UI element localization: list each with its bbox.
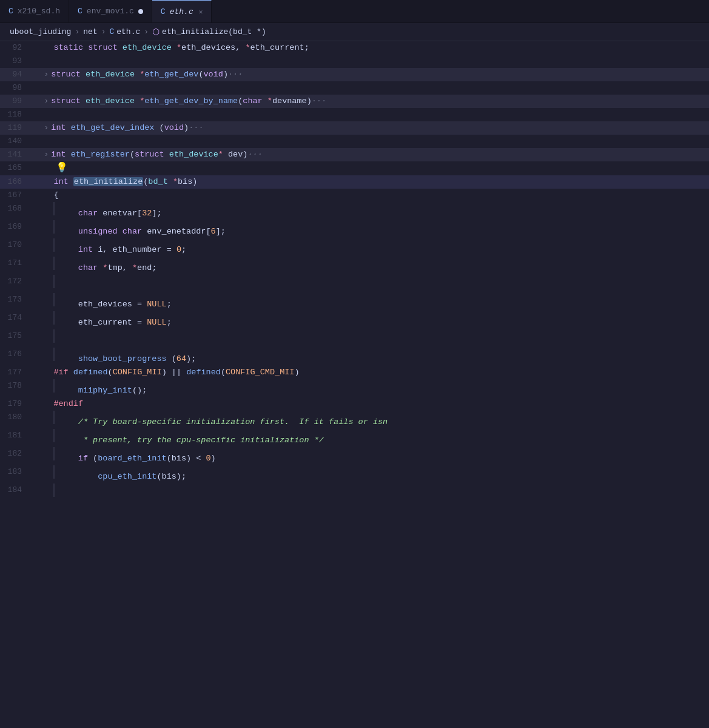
code-line-182: 182 if (board_eth_init(bis) < 0) bbox=[0, 447, 709, 465]
code-line-172: 172 bbox=[0, 275, 709, 293]
fold-arrow[interactable]: › bbox=[44, 68, 49, 81]
tab-label: env_movi.c bbox=[87, 7, 134, 16]
code-line-118: 118 bbox=[0, 108, 709, 121]
tab-x210[interactable]: C x210_sd.h bbox=[0, 0, 69, 22]
code-area: 92 static struct eth_device *eth_devices… bbox=[0, 41, 709, 502]
highlighted-function: eth_initialize bbox=[73, 177, 143, 186]
code-line-180: 180 /* Try board-specific initialization… bbox=[0, 411, 709, 429]
modified-indicator bbox=[138, 9, 143, 14]
code-line-181: 181 * present, try the cpu-specific init… bbox=[0, 429, 709, 447]
tab-label: eth.c bbox=[170, 7, 193, 16]
c-breadcrumb-icon: C bbox=[109, 27, 114, 36]
code-line-94: 94 ›struct eth_device *eth_get_dev(void)… bbox=[0, 68, 709, 81]
code-line-93: 93 bbox=[0, 55, 709, 68]
code-line-184: 184 bbox=[0, 484, 709, 502]
function-icon: ⬡ bbox=[152, 27, 160, 37]
code-line-173: 173 eth_devices = NULL; bbox=[0, 293, 709, 311]
c-file-icon: C bbox=[78, 7, 82, 16]
code-line-183: 183 cpu_eth_init(bis); bbox=[0, 465, 709, 484]
c-file-icon: C bbox=[8, 7, 13, 16]
code-line-179: 179 #endif bbox=[0, 397, 709, 411]
code-line-176: 176 show_boot_progress (64); bbox=[0, 348, 709, 366]
code-line-175: 175 bbox=[0, 329, 709, 348]
code-line-166: 166 int eth_initialize(bd_t *bis) bbox=[0, 175, 709, 189]
code-line-174: 174 eth_current = NULL; bbox=[0, 311, 709, 329]
code-line-98: 98 bbox=[0, 81, 709, 95]
code-line-140: 140 bbox=[0, 135, 709, 148]
code-line-141: 141 ›int eth_register(struct eth_device*… bbox=[0, 148, 709, 161]
code-line-165: 165 💡 bbox=[0, 161, 709, 175]
code-line-171: 171 char *tmp, *end; bbox=[0, 257, 709, 275]
fold-arrow[interactable]: › bbox=[44, 148, 49, 161]
tab-bar: C x210_sd.h C env_movi.c C eth.c ✕ bbox=[0, 0, 709, 23]
tab-label: x210_sd.h bbox=[18, 7, 60, 16]
code-line-99: 99 ›struct eth_device *eth_get_dev_by_na… bbox=[0, 95, 709, 108]
code-line-178: 178 miiphy_init(); bbox=[0, 379, 709, 397]
fold-arrow[interactable]: › bbox=[44, 95, 49, 108]
tab-eth[interactable]: C eth.c ✕ bbox=[152, 0, 212, 22]
code-line-119: 119 ›int eth_get_dev_index (void)··· bbox=[0, 121, 709, 135]
code-line-168: 168 char enetvar[32]; bbox=[0, 202, 709, 220]
fold-arrow[interactable]: › bbox=[44, 121, 49, 135]
c-file-icon: C bbox=[161, 7, 166, 16]
tab-env[interactable]: C env_movi.c bbox=[69, 0, 152, 22]
code-line-177: 177 #if defined(CONFIG_MII) || defined(C… bbox=[0, 366, 709, 379]
code-line-170: 170 int i, eth_number = 0; bbox=[0, 238, 709, 257]
lightbulb-icon[interactable]: 💡 bbox=[56, 163, 68, 174]
code-line-169: 169 unsigned char env_enetaddr[6]; bbox=[0, 220, 709, 238]
tab-close-button[interactable]: ✕ bbox=[199, 8, 203, 16]
code-line-92: 92 static struct eth_device *eth_devices… bbox=[0, 41, 709, 55]
code-line-167: 167 { bbox=[0, 189, 709, 202]
breadcrumb: uboot_jiuding › net › C eth.c › ⬡ eth_in… bbox=[0, 23, 709, 41]
